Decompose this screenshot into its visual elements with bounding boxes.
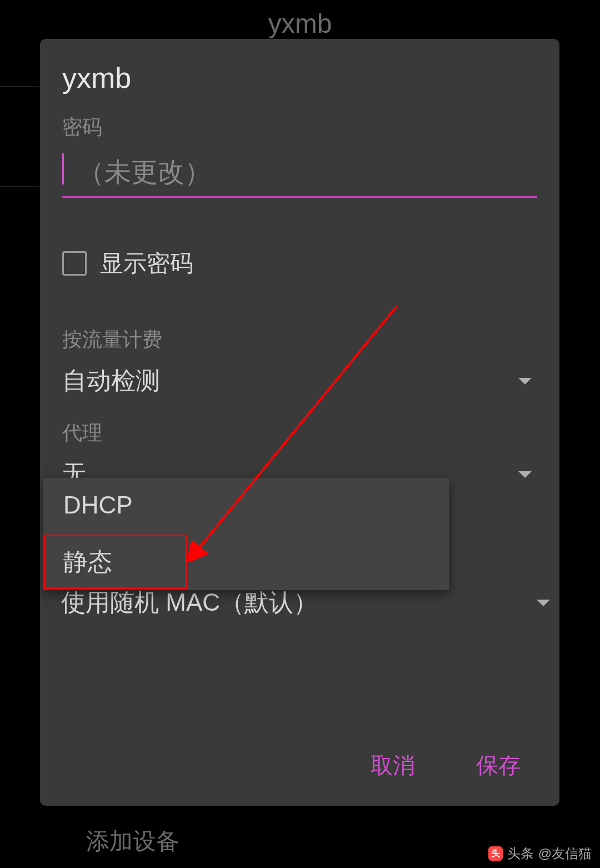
proxy-label: 代理 bbox=[62, 420, 537, 447]
dropdown-option-static[interactable]: 静态 bbox=[43, 532, 449, 592]
password-label: 密码 bbox=[62, 114, 537, 141]
text-cursor bbox=[62, 153, 64, 184]
metered-label: 按流量计费 bbox=[62, 326, 537, 353]
metered-field[interactable]: 按流量计费 自动检测 bbox=[62, 326, 537, 397]
chevron-down-icon bbox=[537, 600, 550, 606]
show-password-label: 显示密码 bbox=[100, 248, 193, 279]
wifi-settings-dialog: yxmb 密码 显示密码 按流量计费 自动检测 代理 无 IP 设置 取消 保存 bbox=[40, 39, 559, 806]
dropdown-option-dhcp[interactable]: DHCP bbox=[43, 478, 449, 532]
ip-settings-dropdown: DHCP 静态 bbox=[43, 478, 449, 590]
dialog-button-row: 取消 保存 bbox=[359, 745, 532, 786]
dialog-title: yxmb bbox=[62, 61, 537, 94]
cancel-button[interactable]: 取消 bbox=[359, 745, 426, 786]
watermark: 头 头条 @友信猫 bbox=[488, 845, 592, 862]
watermark-brand: 头条 bbox=[507, 845, 534, 862]
show-password-checkbox[interactable] bbox=[62, 251, 87, 276]
watermark-handle: @友信猫 bbox=[538, 845, 592, 862]
save-button[interactable]: 保存 bbox=[465, 745, 532, 786]
background-title: yxmb bbox=[268, 8, 332, 39]
watermark-logo-icon: 头 bbox=[488, 846, 503, 861]
metered-value: 自动检测 bbox=[62, 365, 160, 397]
password-field-wrapper bbox=[62, 152, 537, 198]
chevron-down-icon bbox=[518, 471, 532, 478]
background-add-device: 添加设备 bbox=[86, 826, 179, 857]
show-password-row[interactable]: 显示密码 bbox=[62, 248, 537, 279]
chevron-down-icon bbox=[518, 378, 532, 385]
password-input[interactable] bbox=[62, 152, 537, 198]
